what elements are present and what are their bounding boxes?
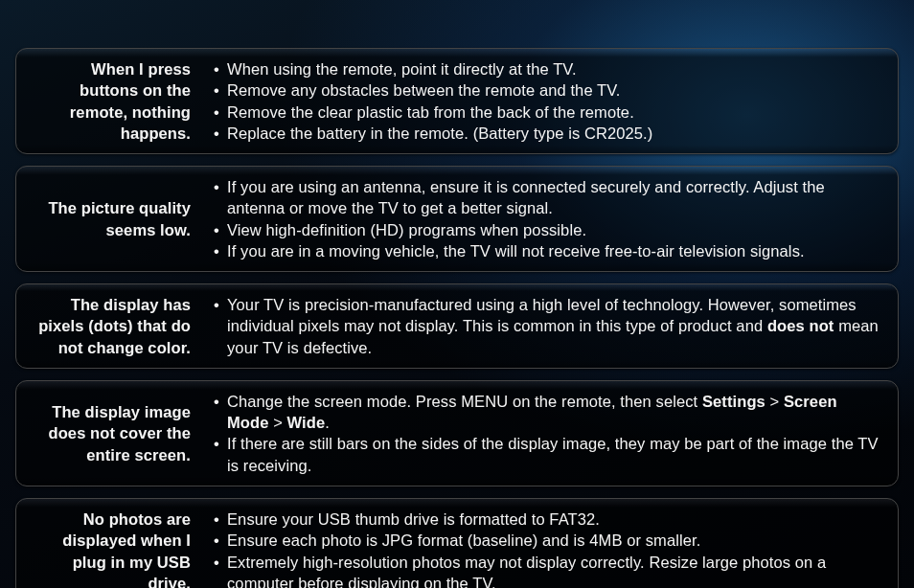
faq-solution-item: Remove any obstacles between the remote … (214, 79, 880, 101)
faq-issue: When I press buttons on the remote, noth… (16, 58, 200, 144)
faq-solution-item: Extremely high-resolution photos may not… (214, 552, 880, 588)
faq-solution-item: Change the screen mode. Press MENU on th… (214, 391, 880, 434)
faq-solution: When using the remote, point it directly… (200, 58, 880, 144)
faq-solution: Change the screen mode. Press MENU on th… (200, 391, 880, 476)
faq-issue: The display has pixels (dots) that do no… (16, 294, 200, 358)
faq-solution-item: If you are using an antenna, ensure it i… (214, 176, 880, 219)
faq-solution: Ensure your USB thumb drive is formatted… (200, 509, 880, 588)
faq-solution: Your TV is precision-manufactured using … (200, 294, 880, 358)
faq-row: The picture quality seems low.If you are… (15, 166, 899, 272)
faq-solution-item: Ensure your USB thumb drive is formatted… (214, 509, 880, 530)
faq-solution-item: Ensure each photo is JPG format (baselin… (214, 530, 880, 551)
faq-row: No photos are displayed when I plug in m… (15, 498, 899, 588)
faq-solution-item: View high-definition (HD) programs when … (214, 219, 880, 240)
faq-issue: No photos are displayed when I plug in m… (16, 509, 200, 588)
faq-solution-item: If there are still bars on the sides of … (214, 433, 880, 476)
faq-row: The display image does not cover the ent… (15, 380, 899, 486)
troubleshooting-table: When I press buttons on the remote, noth… (0, 0, 914, 588)
faq-solution-item: If you are in a moving vehicle, the TV w… (214, 240, 880, 261)
faq-issue: The picture quality seems low. (16, 197, 200, 240)
faq-issue: The display image does not cover the ent… (16, 401, 200, 465)
faq-solution-item: Replace the battery in the remote. (Batt… (214, 123, 880, 144)
faq-solution-item: When using the remote, point it directly… (214, 58, 880, 79)
faq-solution: If you are using an antenna, ensure it i… (200, 176, 880, 261)
faq-solution-item: Remove the clear plastic tab from the ba… (214, 102, 880, 123)
faq-solution-item: Your TV is precision-manufactured using … (214, 294, 880, 358)
faq-row: The display has pixels (dots) that do no… (15, 283, 899, 369)
faq-row: When I press buttons on the remote, noth… (15, 48, 899, 154)
